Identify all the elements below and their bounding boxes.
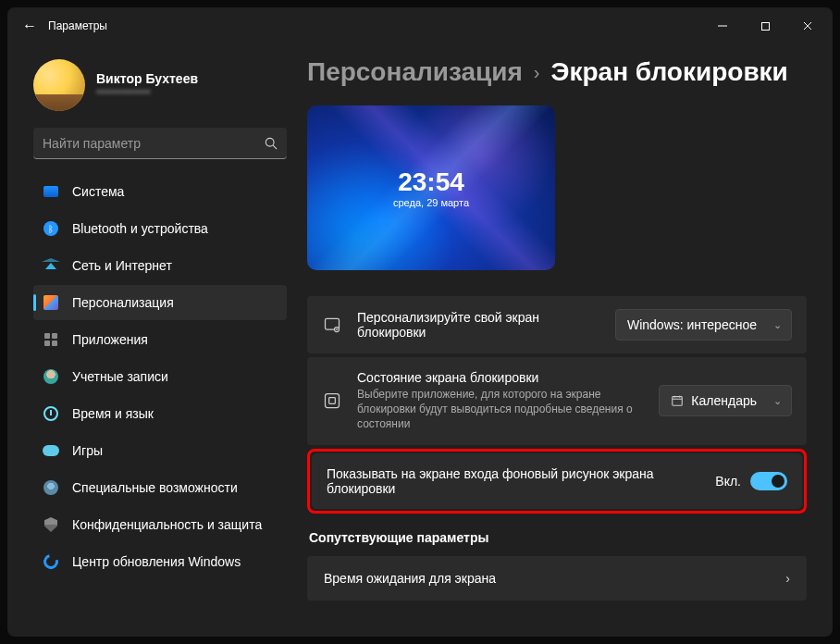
profile-email: •••••••••••••• (96, 86, 198, 99)
sidebar-item-personalization[interactable]: Персонализация (33, 285, 287, 320)
svg-point-4 (266, 138, 274, 146)
search-input[interactable] (43, 136, 265, 151)
back-button[interactable]: ← (11, 18, 48, 34)
content: Персонализация › Экран блокировки 23:54 … (294, 44, 833, 637)
preview-time: 23:54 (398, 167, 464, 197)
sidebar-item-label: Время и язык (72, 406, 154, 421)
shield-icon (43, 516, 59, 533)
sidebar-item-label: Учетные записи (72, 369, 168, 384)
settings-window: ← Параметры Виктор Бухтеев •••••••••••••… (7, 7, 833, 637)
dropdown-value: Календарь (671, 393, 757, 408)
chevron-right-icon: › (534, 62, 540, 83)
highlighted-setting: Показывать на экране входа фоновый рисун… (307, 449, 807, 514)
update-icon (43, 553, 59, 570)
svg-line-5 (273, 145, 277, 149)
sidebar-item-label: Приложения (72, 332, 148, 347)
apps-icon (43, 331, 59, 348)
profile[interactable]: Виктор Бухтеев •••••••••••••• (33, 52, 287, 128)
sidebar-item-label: Bluetooth и устройства (72, 221, 208, 236)
card-personalize-lockscreen[interactable]: Персонализируйте свой экран блокировки W… (307, 296, 807, 353)
card-title: Персонализируйте свой экран блокировки (357, 310, 600, 340)
avatar (33, 59, 85, 111)
maximize-button[interactable] (744, 11, 786, 41)
chevron-down-icon: ⌄ (773, 395, 782, 407)
page-title: Экран блокировки (551, 57, 788, 87)
card-signin-background[interactable]: Показывать на экране входа фоновый рисун… (312, 453, 802, 509)
svg-rect-1 (761, 22, 769, 30)
dropdown-value: Windows: интересное (627, 317, 757, 332)
close-button[interactable] (786, 11, 829, 41)
related-heading: Сопутствующие параметры (309, 530, 807, 545)
sidebar-item-label: Персонализация (72, 295, 174, 310)
status-app-dropdown[interactable]: Календарь ⌄ (659, 385, 792, 416)
gamepad-icon (43, 442, 59, 459)
sidebar-item-accessibility[interactable]: Специальные возможности (33, 470, 287, 505)
sidebar: Виктор Бухтеев •••••••••••••• Система ᛒ … (7, 44, 294, 637)
sidebar-item-label: Система (72, 184, 124, 199)
signin-background-toggle[interactable] (750, 472, 787, 490)
card-lockscreen-status[interactable]: Состояние экрана блокировки Выберите при… (307, 357, 807, 445)
sidebar-item-accounts[interactable]: Учетные записи (33, 359, 287, 394)
card-title: Состояние экрана блокировки (357, 370, 644, 385)
breadcrumb-parent[interactable]: Персонализация (307, 57, 523, 87)
link-screen-timeout[interactable]: Время ожидания для экрана › (307, 556, 807, 601)
link-label: Время ожидания для экрана (324, 571, 496, 586)
toggle-state: Вкл. (715, 474, 741, 489)
sidebar-item-label: Игры (72, 443, 103, 458)
svg-rect-10 (673, 397, 683, 406)
sidebar-item-bluetooth[interactable]: ᛒ Bluetooth и устройства (33, 211, 287, 246)
chevron-right-icon: › (785, 571, 790, 586)
card-subtitle: Выберите приложение, для которого на экр… (357, 387, 644, 432)
search-box[interactable] (33, 128, 287, 159)
svg-rect-9 (329, 398, 336, 404)
lockscreen-type-dropdown[interactable]: Windows: интересное ⌄ (615, 309, 792, 341)
sidebar-item-label: Сеть и Интернет (72, 258, 172, 273)
clock-icon (43, 405, 59, 422)
card-title: Показывать на экране входа фоновый рисун… (327, 466, 700, 496)
svg-rect-8 (326, 394, 340, 408)
sidebar-item-system[interactable]: Система (33, 174, 287, 209)
bluetooth-icon: ᛒ (43, 220, 59, 237)
picture-icon (322, 315, 342, 335)
calendar-icon (671, 394, 684, 407)
sidebar-item-apps[interactable]: Приложения (33, 322, 287, 357)
sidebar-item-time[interactable]: Время и язык (33, 396, 287, 431)
minimize-button[interactable] (701, 11, 744, 41)
sidebar-item-privacy[interactable]: Конфиденциальность и защита (33, 507, 287, 542)
personalization-icon (43, 294, 59, 311)
preview-date: среда, 29 марта (393, 197, 469, 208)
sidebar-item-gaming[interactable]: Игры (33, 433, 287, 468)
system-icon (43, 183, 59, 200)
window-title: Параметры (48, 19, 701, 32)
accessibility-icon (43, 479, 59, 496)
wifi-icon (43, 257, 59, 274)
sidebar-item-label: Специальные возможности (72, 480, 238, 495)
search-icon (265, 137, 278, 150)
lockscreen-preview: 23:54 среда, 29 марта (307, 105, 555, 270)
sidebar-item-update[interactable]: Центр обновления Windows (33, 544, 287, 579)
account-icon (43, 368, 59, 385)
sidebar-item-label: Центр обновления Windows (72, 554, 241, 569)
titlebar: ← Параметры (7, 7, 833, 44)
status-icon (322, 390, 342, 411)
sidebar-item-label: Конфиденциальность и защита (72, 517, 262, 532)
chevron-down-icon: ⌄ (773, 319, 782, 331)
profile-name: Виктор Бухтеев (96, 71, 198, 86)
nav: Система ᛒ Bluetooth и устройства Сеть и … (33, 174, 287, 579)
sidebar-item-network[interactable]: Сеть и Интернет (33, 248, 287, 283)
breadcrumb: Персонализация › Экран блокировки (307, 57, 807, 87)
